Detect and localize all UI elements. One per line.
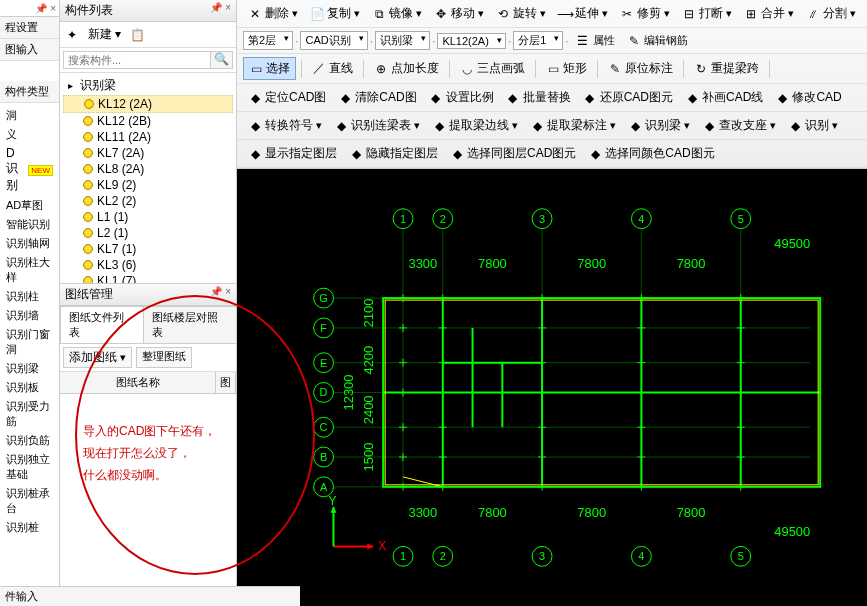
ribbon-分割[interactable]: ⫽分割 ▾	[801, 3, 861, 24]
ribbon-补画CAD线[interactable]: ◆补画CAD线	[680, 87, 768, 108]
nav-item[interactable]: 识别桩	[3, 518, 56, 537]
ribbon-三点画弧[interactable]: ◡三点画弧	[455, 58, 530, 79]
ribbon-转换符号[interactable]: ◆转换符号 ▾	[243, 115, 327, 136]
ribbon-编辑钢筋[interactable]: ✎编辑钢筋	[622, 31, 693, 50]
new-button[interactable]: 新建 ▾	[84, 25, 125, 44]
pin-icon[interactable]: 📌 ×	[35, 3, 56, 14]
ribbon-批量替换[interactable]: ◆批量替换	[501, 87, 576, 108]
ribbon-选择[interactable]: ▭选择	[243, 57, 296, 80]
component-item[interactable]: KL12 (2A)	[63, 95, 233, 113]
search-input[interactable]	[63, 51, 211, 69]
pin-close-icon[interactable]: 📌 ×	[210, 2, 231, 19]
component-item[interactable]: KL8 (2A)	[63, 161, 233, 177]
sort-drawing-button[interactable]: 整理图纸	[136, 347, 192, 368]
nav-item[interactable]: 义	[3, 125, 56, 144]
component-item[interactable]: KL12 (2B)	[63, 113, 233, 129]
ribbon-移动[interactable]: ✥移动 ▾	[429, 3, 489, 24]
ribbon-属性[interactable]: ☰属性	[571, 31, 620, 50]
ribbon-修剪[interactable]: ✂修剪 ▾	[615, 3, 675, 24]
ribbon: ✕删除 ▾📄复制 ▾⧉镜像 ▾✥移动 ▾⟲旋转 ▾⟶延伸 ▾✂修剪 ▾⊟打断 ▾…	[237, 0, 867, 169]
ribbon-旋转[interactable]: ⟲旋转 ▾	[491, 3, 551, 24]
nav-item[interactable]: 识别桩承台	[3, 484, 56, 518]
bottom-bar[interactable]: 件输入	[0, 586, 300, 606]
add-drawing-button[interactable]: 添加图纸 ▾	[63, 347, 132, 368]
nav-item[interactable]: 智能识别	[3, 215, 56, 234]
component-item[interactable]: KL7 (1)	[63, 241, 233, 257]
component-item[interactable]: KL11 (2A)	[63, 129, 233, 145]
component-item[interactable]: KL2 (2)	[63, 193, 233, 209]
nav-item[interactable]: 识别负筋	[3, 431, 56, 450]
nav-item[interactable]: 识别墙	[3, 306, 56, 325]
ribbon-识别[interactable]: ◆识别 ▾	[783, 115, 843, 136]
left-nav-panel: 📌 × 程设置 图输入 构件类型 洞义D识别NEWAD草图智能识别识别轴网识别柱…	[0, 0, 60, 606]
ribbon-提取梁边线[interactable]: ◆提取梁边线 ▾	[427, 115, 523, 136]
drawing-mgr-title: 图纸管理	[65, 286, 113, 303]
ribbon-选择同颜色CAD图元[interactable]: ◆选择同颜色CAD图元	[583, 143, 719, 164]
nav-item[interactable]: 识别受力筋	[3, 397, 56, 431]
nav-item[interactable]: 洞	[3, 106, 56, 125]
ribbon-icon: ◆	[248, 119, 262, 133]
component-item[interactable]: KL3 (6)	[63, 257, 233, 273]
ribbon-复制[interactable]: 📄复制 ▾	[305, 3, 365, 24]
svg-text:2100: 2100	[361, 299, 376, 328]
nav-item[interactable]: 识别板	[3, 378, 56, 397]
panel-title: 构件列表	[65, 2, 113, 19]
component-item[interactable]: KL1 (7)	[63, 273, 233, 283]
ribbon-icon: ◆	[432, 119, 446, 133]
ribbon-镜像[interactable]: ⧉镜像 ▾	[367, 3, 427, 24]
cad-canvas[interactable]: 1234512345GFEDCBA49500330078007800780033…	[237, 169, 867, 606]
ribbon-识别连梁表[interactable]: ◆识别连梁表 ▾	[329, 115, 425, 136]
section-settings[interactable]: 程设置	[0, 17, 59, 39]
ribbon-隐藏指定图层[interactable]: ◆隐藏指定图层	[344, 143, 443, 164]
ribbon-点加长度[interactable]: ⊕点加长度	[369, 58, 444, 79]
layer-dropdown[interactable]: 第2层	[243, 31, 293, 50]
nav-item[interactable]: 识别门窗洞	[3, 325, 56, 359]
ribbon-提取梁标注[interactable]: ◆提取梁标注 ▾	[525, 115, 621, 136]
main-area: ✕删除 ▾📄复制 ▾⧉镜像 ▾✥移动 ▾⟲旋转 ▾⟶延伸 ▾✂修剪 ▾⊟打断 ▾…	[237, 0, 867, 606]
nav-item[interactable]: 识别梁	[3, 359, 56, 378]
ribbon-选择同图层CAD图元[interactable]: ◆选择同图层CAD图元	[445, 143, 581, 164]
ribbon-修改CAD[interactable]: ◆修改CAD	[770, 87, 846, 108]
ribbon-显示指定图层[interactable]: ◆显示指定图层	[243, 143, 342, 164]
ribbon-icon: ✥	[434, 7, 448, 21]
layer-dropdown[interactable]: KL12(2A)	[437, 33, 505, 49]
layer-dropdown[interactable]: 分层1	[513, 31, 563, 50]
tree-root[interactable]: 识别梁	[63, 76, 233, 95]
component-icon	[83, 212, 93, 222]
nav-item-cad[interactable]: D识别NEW	[3, 144, 56, 196]
svg-text:1500: 1500	[361, 443, 376, 472]
search-button[interactable]: 🔍	[211, 51, 233, 69]
tab-floor-map[interactable]: 图纸楼层对照表	[143, 306, 237, 343]
copy-icon[interactable]: 📋	[130, 28, 144, 42]
layer-dropdown[interactable]: 识别梁	[375, 31, 430, 50]
component-item[interactable]: L2 (1)	[63, 225, 233, 241]
nav-item[interactable]: AD草图	[3, 196, 56, 215]
nav-item[interactable]: 识别柱大样	[3, 253, 56, 287]
ribbon-重提梁跨[interactable]: ↻重提梁跨	[689, 58, 764, 79]
ribbon-直线[interactable]: ／直线	[307, 58, 358, 79]
ribbon-删除[interactable]: ✕删除 ▾	[243, 3, 303, 24]
tab-file-list[interactable]: 图纸文件列表	[60, 306, 144, 343]
section-input[interactable]: 图输入	[0, 39, 59, 61]
nav-item[interactable]: 识别独立基础	[3, 450, 56, 484]
ribbon-清除CAD图[interactable]: ◆清除CAD图	[333, 87, 421, 108]
layer-dropdown[interactable]: CAD识别	[300, 31, 367, 50]
svg-text:3300: 3300	[409, 505, 438, 520]
component-item[interactable]: KL9 (2)	[63, 177, 233, 193]
ribbon-定位CAD图[interactable]: ◆定位CAD图	[243, 87, 331, 108]
ribbon-矩形[interactable]: ▭矩形	[541, 58, 592, 79]
svg-text:7800: 7800	[478, 256, 507, 271]
component-item[interactable]: KL7 (2A)	[63, 145, 233, 161]
ribbon-查改支座[interactable]: ◆查改支座 ▾	[697, 115, 781, 136]
ribbon-识别梁[interactable]: ◆识别梁 ▾	[623, 115, 695, 136]
ribbon-设置比例[interactable]: ◆设置比例	[424, 87, 499, 108]
component-item[interactable]: L1 (1)	[63, 209, 233, 225]
ribbon-打断[interactable]: ⊟打断 ▾	[677, 3, 737, 24]
nav-item[interactable]: 识别柱	[3, 287, 56, 306]
pin-close-icon[interactable]: 📌 ×	[210, 286, 231, 303]
ribbon-还原CAD图元[interactable]: ◆还原CAD图元	[578, 87, 678, 108]
ribbon-原位标注[interactable]: ✎原位标注	[603, 58, 678, 79]
ribbon-合并[interactable]: ⊞合并 ▾	[739, 3, 799, 24]
ribbon-延伸[interactable]: ⟶延伸 ▾	[553, 3, 613, 24]
nav-item[interactable]: 识别轴网	[3, 234, 56, 253]
